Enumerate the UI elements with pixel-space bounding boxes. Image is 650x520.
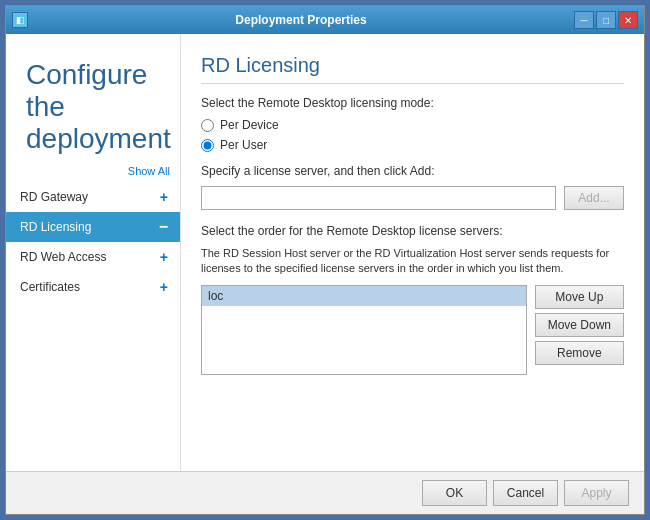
license-server-input[interactable]	[201, 186, 556, 210]
license-server-label: Specify a license server, and then click…	[201, 164, 624, 178]
expand-icon: +	[160, 249, 168, 265]
collapse-icon: −	[159, 219, 168, 235]
per-user-label: Per User	[220, 138, 267, 152]
expand-icon: +	[160, 189, 168, 205]
left-panel: Configure the deployment Show All RD Gat…	[6, 34, 181, 471]
window-icon: ◧	[12, 12, 28, 28]
ok-button[interactable]: OK	[422, 480, 487, 506]
title-bar: ◧ Deployment Properties ─ □ ✕	[6, 6, 644, 34]
server-list-buttons: Move Up Move Down Remove	[535, 285, 624, 375]
panel-header: Configure the deployment	[6, 44, 180, 165]
content-area: Configure the deployment Show All RD Gat…	[6, 34, 644, 471]
title-bar-controls: ─ □ ✕	[574, 11, 638, 29]
cancel-button[interactable]: Cancel	[493, 480, 558, 506]
sidebar-item-rd-licensing[interactable]: RD Licensing −	[6, 212, 180, 242]
radio-per-device[interactable]: Per Device	[201, 118, 624, 132]
section-title: RD Licensing	[201, 54, 624, 84]
move-down-button[interactable]: Move Down	[535, 313, 624, 337]
radio-per-user[interactable]: Per User	[201, 138, 624, 152]
add-button[interactable]: Add...	[564, 186, 624, 210]
expand-icon: +	[160, 279, 168, 295]
remove-button[interactable]: Remove	[535, 341, 624, 365]
per-device-label: Per Device	[220, 118, 279, 132]
footer: OK Cancel Apply	[6, 471, 644, 514]
sidebar-item-rd-web-access[interactable]: RD Web Access +	[6, 242, 180, 272]
server-list-item[interactable]: loc	[202, 286, 526, 306]
minimize-button[interactable]: ─	[574, 11, 594, 29]
maximize-button[interactable]: □	[596, 11, 616, 29]
move-up-button[interactable]: Move Up	[535, 285, 624, 309]
apply-button[interactable]: Apply	[564, 480, 629, 506]
license-server-input-row: Add...	[201, 186, 624, 210]
licensing-label: Select the Remote Desktop licensing mode…	[201, 96, 624, 110]
order-label: Select the order for the Remote Desktop …	[201, 224, 624, 238]
server-list-area: loc Move Up Move Down Remove	[201, 285, 624, 375]
per-user-radio[interactable]	[201, 139, 214, 152]
server-list[interactable]: loc	[201, 285, 527, 375]
right-panel: RD Licensing Select the Remote Desktop l…	[181, 34, 644, 471]
sidebar-item-label: RD Gateway	[20, 190, 88, 204]
sidebar-item-label: RD Licensing	[20, 220, 91, 234]
sidebar-item-label: Certificates	[20, 280, 80, 294]
window-title: Deployment Properties	[28, 13, 574, 27]
main-window: ◧ Deployment Properties ─ □ ✕ Configure …	[5, 5, 645, 515]
radio-group: Per Device Per User	[201, 118, 624, 152]
show-all-link[interactable]: Show All	[6, 165, 180, 182]
sidebar-item-certificates[interactable]: Certificates +	[6, 272, 180, 302]
order-description: The RD Session Host server or the RD Vir…	[201, 246, 624, 277]
sidebar-item-rd-gateway[interactable]: RD Gateway +	[6, 182, 180, 212]
sidebar-item-label: RD Web Access	[20, 250, 106, 264]
close-button[interactable]: ✕	[618, 11, 638, 29]
per-device-radio[interactable]	[201, 119, 214, 132]
